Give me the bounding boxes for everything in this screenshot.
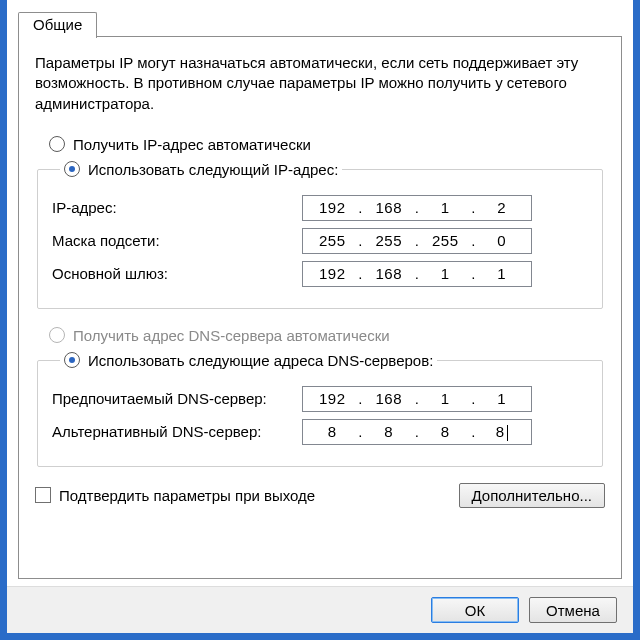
- ip-octet: 192: [315, 390, 349, 407]
- ip-sep: .: [471, 390, 477, 407]
- ip-octet: 168: [372, 265, 406, 282]
- cancel-button[interactable]: Отмена: [529, 597, 617, 623]
- ip-octet: 0: [485, 232, 519, 249]
- ok-button-label: ОК: [465, 602, 485, 619]
- radio-dns-auto-label: Получить адрес DNS-сервера автоматически: [73, 327, 390, 344]
- alternate-dns-input[interactable]: 8. 8. 8. 8: [302, 419, 532, 445]
- ip-sep: .: [471, 265, 477, 282]
- dialog-body: Общие Параметры IP могут назначаться авт…: [13, 6, 627, 580]
- ip-sep: .: [358, 265, 364, 282]
- preferred-dns-label: Предпочитаемый DNS-сервер:: [52, 390, 302, 407]
- tab-strip: Общие: [18, 11, 622, 37]
- ip-sep: .: [358, 390, 364, 407]
- radio-ip-auto-label: Получить IP-адрес автоматически: [73, 136, 311, 153]
- validate-on-exit[interactable]: Подтвердить параметры при выходе: [35, 487, 315, 504]
- ok-button[interactable]: ОК: [431, 597, 519, 623]
- ip-sep: .: [414, 390, 420, 407]
- radio-ip-auto[interactable]: Получить IP-адрес автоматически: [49, 136, 605, 153]
- field-default-gateway: Основной шлюз: 192. 168. 1. 1: [52, 261, 588, 287]
- ip-octet: 8: [428, 423, 462, 440]
- default-gateway-input[interactable]: 192. 168. 1. 1: [302, 261, 532, 287]
- ip-sep: .: [471, 199, 477, 216]
- ip-address-input[interactable]: 192. 168. 1. 2: [302, 195, 532, 221]
- ip-octet: 168: [372, 390, 406, 407]
- field-ip-address: IP-адрес: 192. 168. 1. 2: [52, 195, 588, 221]
- dns-group: Использовать следующие адреса DNS-сервер…: [37, 352, 603, 467]
- ip-octet: 1: [428, 390, 462, 407]
- field-subnet-mask: Маска подсети: 255. 255. 255. 0: [52, 228, 588, 254]
- window-frame: Общие Параметры IP могут назначаться авт…: [0, 0, 640, 640]
- ip-octet-value: 8: [496, 423, 505, 440]
- ip-address-label: IP-адрес:: [52, 199, 302, 216]
- alternate-dns-label: Альтернативный DNS-сервер:: [52, 423, 302, 440]
- ip-octet: 192: [315, 199, 349, 216]
- ip-octet: 168: [372, 199, 406, 216]
- ip-octet: 8: [315, 423, 349, 440]
- radio-icon: [49, 327, 65, 343]
- ip-octet: 8: [372, 423, 406, 440]
- advanced-button-label: Дополнительно...: [472, 487, 592, 504]
- ip-octet: 255: [315, 232, 349, 249]
- radio-icon: [64, 352, 80, 368]
- ip-octet: 255: [428, 232, 462, 249]
- ip-sep: .: [358, 423, 364, 440]
- radio-icon: [49, 136, 65, 152]
- tab-general-label: Общие: [33, 16, 82, 33]
- ip-sep: .: [358, 232, 364, 249]
- cancel-button-label: Отмена: [546, 602, 600, 619]
- validate-on-exit-label: Подтвердить параметры при выходе: [59, 487, 315, 504]
- ip-sep: .: [471, 423, 477, 440]
- dialog-buttons: ОК Отмена: [7, 586, 633, 633]
- tab-general[interactable]: Общие: [18, 12, 97, 38]
- ip-sep: .: [414, 265, 420, 282]
- ip-octet: 1: [428, 265, 462, 282]
- field-preferred-dns: Предпочитаемый DNS-сервер: 192. 168. 1. …: [52, 386, 588, 412]
- ip-octet: 1: [485, 265, 519, 282]
- preferred-dns-input[interactable]: 192. 168. 1. 1: [302, 386, 532, 412]
- ip-octet: 255: [372, 232, 406, 249]
- radio-dns-manual-label: Использовать следующие адреса DNS-сервер…: [88, 352, 433, 369]
- ip-octet: 1: [485, 390, 519, 407]
- ip-group: Использовать следующий IP-адрес: IP-адре…: [37, 161, 603, 309]
- ip-sep: .: [414, 423, 420, 440]
- text-cursor: [507, 425, 508, 441]
- ip-octet: 8: [485, 423, 519, 441]
- radio-dns-manual[interactable]: Использовать следующие адреса DNS-сервер…: [64, 352, 433, 369]
- radio-dns-auto: Получить адрес DNS-сервера автоматически: [49, 327, 605, 344]
- subnet-mask-label: Маска подсети:: [52, 232, 302, 249]
- ip-sep: .: [414, 232, 420, 249]
- field-alternate-dns: Альтернативный DNS-сервер: 8. 8. 8. 8: [52, 419, 588, 445]
- ip-octet: 1: [428, 199, 462, 216]
- ip-octet: 2: [485, 199, 519, 216]
- subnet-mask-input[interactable]: 255. 255. 255. 0: [302, 228, 532, 254]
- advanced-button[interactable]: Дополнительно...: [459, 483, 605, 508]
- radio-ip-manual-label: Использовать следующий IP-адрес:: [88, 161, 338, 178]
- default-gateway-label: Основной шлюз:: [52, 265, 302, 282]
- tab-content: Параметры IP могут назначаться автоматич…: [18, 37, 622, 579]
- radio-ip-manual[interactable]: Использовать следующий IP-адрес:: [64, 161, 338, 178]
- ip-sep: .: [471, 232, 477, 249]
- tab-strip-rest: [97, 11, 622, 37]
- ip-sep: .: [358, 199, 364, 216]
- radio-icon: [64, 161, 80, 177]
- checkbox-icon: [35, 487, 51, 503]
- description-text: Параметры IP могут назначаться автоматич…: [35, 53, 605, 114]
- ip-octet: 192: [315, 265, 349, 282]
- ip-sep: .: [414, 199, 420, 216]
